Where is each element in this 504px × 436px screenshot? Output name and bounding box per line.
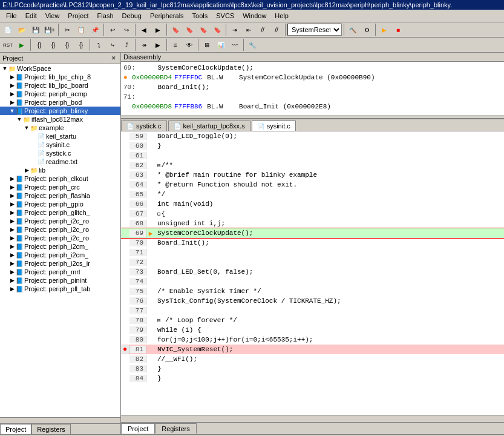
tree-item-9[interactable]: 📄sysinit.c bbox=[0, 140, 120, 149]
code-line-73[interactable]: 73 Board_LED_Set(0, false); bbox=[121, 267, 504, 277]
step-over-btn[interactable]: ⤷ bbox=[106, 38, 119, 51]
menu-debug[interactable]: Debug bbox=[119, 11, 145, 21]
bookmark3-btn[interactable]: 🔖 bbox=[197, 23, 210, 36]
menu-help[interactable]: Help bbox=[271, 11, 292, 21]
tree-item-26[interactable]: ▶📘Project: periph_pll_tab bbox=[0, 285, 120, 293]
bottom-tab-registers[interactable]: Registers bbox=[155, 423, 196, 434]
tree-item-20[interactable]: ▶📘Project: periph_i2c_ro bbox=[0, 234, 120, 242]
nav-back-btn[interactable]: ◀ bbox=[137, 23, 151, 36]
menu-svcs[interactable]: SVCS bbox=[212, 11, 238, 21]
build-btn[interactable]: 🔨 bbox=[346, 23, 359, 36]
code-line-74[interactable]: 74 bbox=[121, 277, 504, 286]
run-btn[interactable]: ▶ bbox=[15, 38, 28, 51]
code-line-60[interactable]: 60 } bbox=[121, 141, 504, 151]
code-line-78[interactable]: 78 ⊟ /* Loop forever */ bbox=[121, 315, 504, 325]
tree-item-1[interactable]: ▶📘Project: lib_lpc_chip_8 bbox=[0, 73, 120, 81]
code-line-80[interactable]: 80 for(j=0;j<100;j++)for(i=0;i<65535;i++… bbox=[121, 335, 504, 345]
code-line-64[interactable]: 64 * @return Function should not exit. bbox=[121, 180, 504, 190]
code-line-76[interactable]: 76 SysTick_Config(SystemCoreClock / TICK… bbox=[121, 296, 504, 306]
paste-btn[interactable]: 📌 bbox=[88, 23, 102, 36]
uncomment-btn[interactable]: // bbox=[270, 23, 283, 36]
reset-btn[interactable]: RST bbox=[1, 38, 15, 51]
code-line-70[interactable]: 70 Board_Init(); bbox=[121, 238, 504, 248]
brace2-btn[interactable]: {} bbox=[47, 38, 60, 51]
tree-item-6[interactable]: ▼📁iflash_lpc812max bbox=[0, 115, 120, 124]
menu-view[interactable]: View bbox=[42, 11, 64, 21]
tree-item-7[interactable]: ▼📁example bbox=[0, 124, 120, 132]
code-line-81[interactable]: ● 81 NVIC_SystemReset(); bbox=[121, 345, 504, 354]
left-hscroll[interactable] bbox=[0, 417, 120, 423]
disassembly-content[interactable]: 69: SystemCoreClockUpdate(); ● 0x00000BD… bbox=[121, 62, 504, 115]
tree-item-21[interactable]: ▶📘Project: periph_i2cm_ bbox=[0, 242, 120, 251]
tree-item-22[interactable]: ▶📘Project: periph_i2cm_ bbox=[0, 251, 120, 259]
tree-item-11[interactable]: 📄readme.txt bbox=[0, 157, 120, 166]
disasm-hscroll[interactable] bbox=[121, 115, 504, 119]
disasm-btn[interactable]: ≡ bbox=[169, 38, 182, 51]
copy-btn[interactable]: 📋 bbox=[74, 23, 88, 36]
code-tab-2[interactable]: 📄sysinit.c bbox=[252, 121, 296, 131]
menu-edit[interactable]: Edit bbox=[22, 11, 41, 21]
brace1-btn[interactable]: {} bbox=[33, 38, 46, 51]
code-tab-0[interactable]: 📄systick.c bbox=[121, 121, 167, 131]
tree-item-24[interactable]: ▶📘Project: periph_mrt bbox=[0, 268, 120, 276]
tree-item-5[interactable]: ▼📘Project: periph_blinky bbox=[0, 107, 120, 115]
build-all-btn[interactable]: ⚙ bbox=[360, 23, 373, 36]
code-line-82[interactable]: 82 //__WFI(); bbox=[121, 354, 504, 364]
bookmark2-btn[interactable]: 🔖 bbox=[183, 23, 196, 36]
tree-item-12[interactable]: ▶📁lib bbox=[0, 166, 120, 174]
watch-btn[interactable]: 👁 bbox=[183, 38, 196, 51]
bookmark4-btn[interactable]: 🔖 bbox=[211, 23, 224, 36]
code-line-68[interactable]: 68 unsigned int i,j; bbox=[121, 219, 504, 228]
redo-btn[interactable]: ↪ bbox=[120, 23, 133, 36]
menu-peripherals[interactable]: Peripherals bbox=[146, 11, 188, 21]
tree-item-10[interactable]: 📄systick.c bbox=[0, 149, 120, 157]
perf-btn[interactable]: 📊 bbox=[214, 38, 227, 51]
brace4-btn[interactable]: {} bbox=[74, 38, 88, 51]
tree-item-16[interactable]: ▶📘Project: periph_gpio bbox=[0, 200, 120, 208]
new-btn[interactable]: 📄 bbox=[1, 23, 15, 36]
tree-item-8[interactable]: 📄keil_startu bbox=[0, 132, 120, 140]
save-all-btn[interactable]: 💾+ bbox=[43, 23, 56, 36]
logic-btn[interactable]: 〰 bbox=[228, 38, 241, 51]
code-line-84[interactable]: 84 } bbox=[121, 374, 504, 383]
code-line-59[interactable]: 59 Board_LED_Toggle(0); bbox=[121, 131, 504, 141]
undo-btn[interactable]: ↩ bbox=[106, 23, 119, 36]
menu-window[interactable]: Window bbox=[239, 11, 270, 21]
tree-item-23[interactable]: ▶📘Project: periph_i2cs_ir bbox=[0, 259, 120, 268]
tree-item-25[interactable]: ▶📘Project: periph_pinint bbox=[0, 276, 120, 285]
tree-item-18[interactable]: ▶📘Project: periph_i2c_ro bbox=[0, 217, 120, 225]
menu-project[interactable]: Project bbox=[64, 11, 92, 21]
comment-btn[interactable]: // bbox=[256, 23, 269, 36]
code-line-71[interactable]: 71 bbox=[121, 248, 504, 257]
tree-item-0[interactable]: ▼📁WorkSpace bbox=[0, 64, 120, 73]
code-line-75[interactable]: 75 /* Enable SysTick Timer */ bbox=[121, 286, 504, 296]
menu-file[interactable]: File bbox=[2, 11, 21, 21]
code-line-79[interactable]: 79 while (1) { bbox=[121, 325, 504, 335]
tree-item-2[interactable]: ▶📘Project: lib_lpc_board bbox=[0, 81, 120, 90]
cut-btn[interactable]: ✂ bbox=[61, 23, 74, 36]
code-line-61[interactable]: 61 bbox=[121, 151, 504, 160]
code-line-67[interactable]: 67 ⊟{ bbox=[121, 209, 504, 219]
tree-item-15[interactable]: ▶📘Project: periph_flashia bbox=[0, 191, 120, 200]
code-hscroll[interactable] bbox=[121, 415, 504, 422]
nav-fwd-btn[interactable]: ▶ bbox=[151, 23, 165, 36]
tree-item-17[interactable]: ▶📘Project: periph_glitch_ bbox=[0, 208, 120, 217]
step-out-btn[interactable]: ⤴ bbox=[120, 38, 133, 51]
run-to-btn[interactable]: ↠ bbox=[137, 38, 151, 51]
bottom-tab-project[interactable]: Project bbox=[121, 423, 155, 434]
tool1-btn[interactable]: 🔧 bbox=[246, 38, 259, 51]
code-line-66[interactable]: 66 int main(void) bbox=[121, 199, 504, 209]
menu-tools[interactable]: Tools bbox=[189, 11, 212, 21]
unindent-btn[interactable]: ⇤ bbox=[242, 23, 255, 36]
tree-item-3[interactable]: ▶📘Project: periph_acmp bbox=[0, 90, 120, 98]
menu-flash[interactable]: Flash bbox=[94, 11, 117, 21]
code-line-65[interactable]: 65 */ bbox=[121, 190, 504, 199]
code-line-72[interactable]: 72 bbox=[121, 257, 504, 267]
tree-item-19[interactable]: ▶📘Project: periph_i2c_ro bbox=[0, 225, 120, 234]
mem-btn[interactable]: 🖥 bbox=[200, 38, 214, 51]
code-line-83[interactable]: 83 } bbox=[121, 364, 504, 374]
code-tab-1[interactable]: 📄keil_startup_lpc8xx.s bbox=[168, 121, 250, 131]
target-dropdown[interactable]: SystemReset bbox=[287, 24, 342, 36]
tree-item-14[interactable]: ▶📘Project: periph_crc bbox=[0, 183, 120, 191]
tree-item-13[interactable]: ▶📘Project: periph_clkout bbox=[0, 174, 120, 183]
